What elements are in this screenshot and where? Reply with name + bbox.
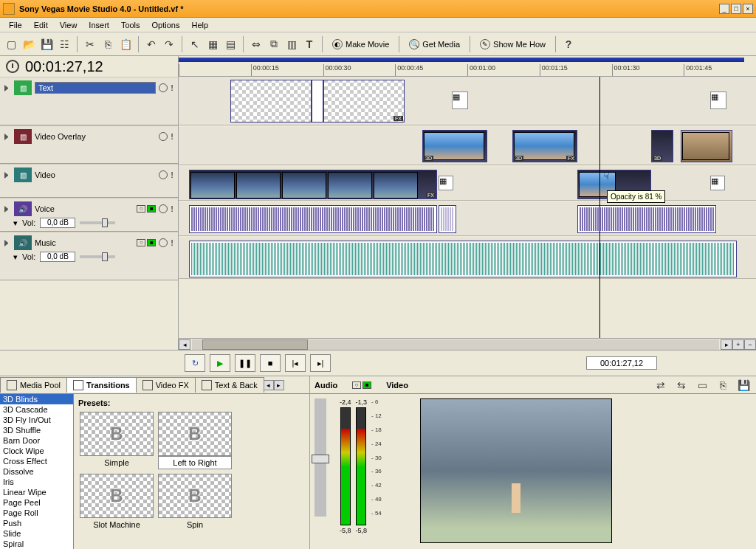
loop-button[interactable]: ↻	[185, 354, 205, 372]
tab-scroll-right-icon[interactable]: ▸	[274, 380, 284, 390]
redo-icon[interactable]: ↷	[161, 36, 177, 52]
transition-list-item[interactable]: Page Roll	[0, 508, 73, 518]
tab-text-back[interactable]: Text & Back	[195, 377, 264, 393]
clip-text[interactable]	[312, 80, 323, 122]
zoom-in-icon[interactable]: +	[732, 339, 744, 350]
expand-icon[interactable]	[4, 172, 11, 179]
minimize-button[interactable]: _	[719, 4, 729, 14]
empty-clip-icon[interactable]: ▦	[710, 92, 726, 109]
timeline-scrollbar[interactable]: ◂ ▸ + −	[179, 338, 756, 350]
clip-audio-voice[interactable]	[439, 205, 456, 233]
menu-edit[interactable]: Edit	[28, 19, 54, 31]
transition-list-item[interactable]: Push	[0, 518, 73, 528]
empty-clip-icon[interactable]: ▦	[452, 92, 468, 109]
transition-list-item[interactable]: Linear Wipe	[0, 487, 73, 497]
preset-item[interactable]: Left to Right	[158, 412, 232, 469]
vol-slider[interactable]	[80, 221, 115, 224]
clip-video-overlay[interactable]: 3DFX	[512, 130, 577, 162]
timecode-value[interactable]: 00:01:27,12	[25, 58, 103, 75]
split-view-icon[interactable]: ⇄	[653, 377, 669, 393]
preset-item[interactable]: Spin	[158, 474, 232, 531]
record-icon[interactable]	[159, 204, 168, 213]
split-icon[interactable]: ⇔	[248, 36, 264, 52]
track-color-tile[interactable]: ▧	[14, 129, 32, 144]
expand-icon[interactable]	[4, 134, 11, 140]
mute-icon[interactable]: ○	[137, 205, 145, 213]
expand-icon[interactable]	[4, 206, 11, 213]
transition-list-item[interactable]: Page Peel	[0, 497, 73, 508]
empty-clip-icon[interactable]: ▦	[439, 176, 453, 190]
menu-options[interactable]: Options	[146, 19, 186, 31]
track-header-video[interactable]: ▧ Video !	[0, 164, 178, 198]
solo-icon[interactable]: ■	[147, 239, 156, 246]
clip-video-overlay[interactable]: 3D	[422, 130, 487, 162]
transition-list-item[interactable]: 3D Fly In/Out	[0, 415, 73, 425]
mute-icon[interactable]: ○	[137, 239, 145, 246]
record-icon[interactable]	[159, 132, 168, 141]
video-preview[interactable]	[420, 398, 612, 543]
preset-item[interactable]: Simple	[80, 412, 154, 469]
transition-list-item[interactable]: Slide	[0, 528, 73, 539]
properties-icon[interactable]: ☷	[56, 36, 72, 52]
vol-slider[interactable]	[80, 255, 115, 258]
external-monitor-icon[interactable]: ▭	[694, 377, 710, 393]
vol-value[interactable]: 0,0 dB	[40, 252, 75, 262]
track-color-tile[interactable]: 🔊	[14, 201, 32, 216]
clip-video-overlay[interactable]	[681, 130, 732, 162]
close-button[interactable]: ×	[743, 4, 753, 14]
bypass-icon[interactable]: !	[171, 132, 173, 141]
transitions-list[interactable]: 3D Blinds3D Cascade3D Fly In/Out3D Shuff…	[0, 394, 74, 549]
transition-list-item[interactable]: 3D Cascade	[0, 404, 73, 415]
transition-list-item[interactable]: 3D Shuffle	[0, 425, 73, 435]
track-lane-voice[interactable]	[179, 202, 756, 236]
bypass-icon[interactable]: !	[171, 204, 173, 213]
track-lane-music[interactable]	[179, 238, 756, 279]
track-header-text[interactable]: ▧ Text !	[0, 77, 178, 125]
mute-icon[interactable]: ○	[352, 381, 361, 389]
transition-list-item[interactable]: Iris	[0, 477, 73, 487]
save-icon[interactable]: 💾	[38, 36, 55, 52]
scroll-right-icon[interactable]: ▸	[721, 339, 732, 350]
track-color-tile[interactable]: 🔊	[14, 235, 32, 250]
transition-list-item[interactable]: 3D Blinds	[0, 394, 73, 404]
solo-icon[interactable]: ■	[147, 205, 156, 213]
record-icon[interactable]	[159, 83, 168, 92]
show-me-how-button[interactable]: ✎Show Me How	[475, 36, 551, 52]
clip-audio-music[interactable]	[189, 241, 737, 277]
expand-icon[interactable]	[4, 85, 11, 92]
menu-help[interactable]: Help	[185, 19, 214, 31]
track-name-field[interactable]: Text	[35, 82, 156, 94]
time-ruler[interactable]: 00:00:15 00:00:30 00:00:45 00:01:00 00:0…	[179, 56, 756, 77]
save-snapshot-icon[interactable]: 💾	[735, 377, 752, 393]
track-color-tile[interactable]: ▧	[14, 168, 32, 182]
copy-snapshot-icon[interactable]: ⎘	[715, 377, 731, 393]
clip-video-overlay[interactable]: 3D	[651, 130, 673, 162]
loop-region-bar[interactable]	[179, 58, 744, 62]
vol-value[interactable]: 0,0 dB	[40, 218, 75, 228]
tab-video-fx[interactable]: Video FX	[136, 377, 196, 393]
tab-scroll-left-icon[interactable]: ◂	[264, 380, 274, 390]
zoom-out-icon[interactable]: −	[744, 339, 756, 350]
clip-text[interactable]: FX	[323, 80, 405, 122]
track-header-video-overlay[interactable]: ▧ Video Overlay !	[0, 125, 178, 164]
text-tool-icon[interactable]: T	[301, 36, 317, 52]
paste-icon[interactable]: 📋	[117, 36, 134, 52]
maximize-button[interactable]: □	[731, 4, 741, 14]
clip-text[interactable]	[230, 80, 312, 122]
snap-icon[interactable]: ⧉	[266, 36, 282, 52]
bypass-icon[interactable]: !	[171, 238, 173, 247]
new-icon[interactable]: ▢	[3, 36, 19, 52]
pause-button[interactable]: ❚❚	[235, 354, 255, 372]
help-icon[interactable]: ?	[560, 36, 577, 52]
empty-clip-icon[interactable]: ▦	[710, 176, 725, 190]
transition-list-item[interactable]: Dissolve	[0, 466, 73, 477]
copy-icon[interactable]: ⎘	[100, 36, 116, 52]
track-lane-video-overlay[interactable]: 3D 3DFX 3D	[179, 127, 756, 165]
clip-audio-voice[interactable]	[577, 205, 716, 233]
track-color-tile[interactable]: ▧	[14, 80, 32, 95]
record-icon[interactable]	[159, 238, 168, 247]
split-view-red-icon[interactable]: ⇆	[673, 377, 690, 393]
go-end-button[interactable]: ▸|	[310, 354, 331, 372]
undo-icon[interactable]: ↶	[143, 36, 159, 52]
bypass-icon[interactable]: !	[171, 83, 173, 92]
